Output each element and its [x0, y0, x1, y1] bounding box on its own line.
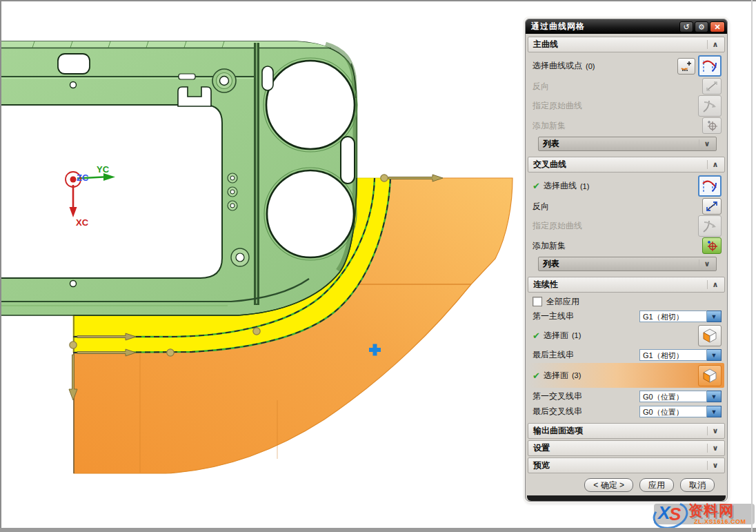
reverse-direction-button[interactable]: [702, 78, 722, 95]
curve-rule-button-cross[interactable]: [698, 175, 722, 197]
ok-button[interactable]: < 确定 >: [584, 478, 633, 492]
section-title: 预览: [533, 460, 707, 471]
expand-icon[interactable]: ∨: [699, 259, 715, 268]
cancel-button[interactable]: 取消: [680, 478, 715, 492]
last-main-string-dropdown[interactable]: G1（相切） ▼: [639, 349, 722, 361]
watermark-brand: 资料网: [688, 501, 734, 520]
point-constructor-button[interactable]: [677, 58, 695, 75]
reverse-direction-button-cross[interactable]: [702, 198, 722, 215]
dropdown-value: G1（相切）: [639, 311, 707, 322]
add-set-icon: [706, 120, 718, 131]
row-add-new-set-cross: 添加新集: [533, 237, 722, 255]
origin-curve-button-cross[interactable]: [698, 215, 722, 237]
section-header-continuity[interactable]: 连续性 ∧: [528, 277, 725, 293]
row-add-new-set-main: 添加新集: [533, 117, 722, 135]
list-bar-main[interactable]: 列表 ∨: [538, 137, 717, 151]
first-main-string-dropdown[interactable]: G1（相切） ▼: [639, 311, 722, 322]
close-icon[interactable]: ✕: [710, 21, 725, 32]
chevron-down-icon[interactable]: ▼: [707, 406, 722, 417]
check-icon: ✔: [533, 181, 540, 191]
section-header-main-curves[interactable]: 主曲线 ∧: [528, 37, 725, 52]
origin-curve-button[interactable]: [698, 95, 722, 117]
select-face-3-button[interactable]: [698, 365, 722, 386]
origin-curve-icon: [702, 98, 718, 114]
section-continuity: 全部应用 第一主线串 G1（相切） ▼ ✔ 选择面 (1): [527, 293, 726, 422]
window-border-top: [0, 0, 756, 1]
curve-icon: [702, 178, 718, 194]
last-main-string-label: 最后主线串: [533, 349, 574, 361]
collapse-icon[interactable]: ∧: [707, 40, 723, 49]
last-cross-string-dropdown[interactable]: G0（位置） ▼: [639, 406, 722, 417]
reverse-label: 反向: [533, 201, 549, 213]
face-cube-icon: [702, 328, 718, 344]
dropdown-value: G0（位置）: [639, 406, 707, 417]
first-cross-string-label: 第一交叉线串: [533, 391, 582, 402]
section-main-curves: 选择曲线或点 (0): [527, 52, 726, 155]
row-select-curve-or-point: 选择曲线或点 (0): [533, 55, 722, 77]
row-select-face-1: ✔ 选择面 (1): [533, 324, 722, 347]
reset-icon[interactable]: ↺: [679, 21, 693, 32]
apply-all-label: 全部应用: [546, 296, 579, 308]
expand-icon[interactable]: ∨: [707, 426, 723, 435]
section-header-settings[interactable]: 设置 ∨: [528, 440, 725, 456]
add-set-icon: [706, 240, 718, 251]
reverse-icon: [706, 201, 718, 212]
section-title: 主曲线: [533, 39, 707, 50]
row-last-main-string: 最后主线串 G1（相切） ▼: [533, 347, 722, 362]
row-origin-curve-cross: 指定原始曲线: [533, 215, 722, 237]
last-cross-string-label: 最后交叉线串: [533, 406, 582, 417]
list-label: 列表: [543, 258, 699, 270]
reverse-icon: [706, 81, 718, 92]
dropdown-value: G0（位置）: [639, 391, 707, 402]
chevron-down-icon[interactable]: ▼: [707, 349, 722, 361]
section-title: 输出曲面选项: [533, 425, 707, 437]
add-new-set-button[interactable]: [702, 117, 722, 134]
select-curve-point-count: (0): [586, 62, 595, 70]
green-part[interactable]: [0, 41, 357, 315]
row-last-cross-string: 最后交叉线串 G0（位置） ▼: [533, 404, 722, 419]
row-reverse-main: 反向: [533, 77, 722, 95]
expand-icon[interactable]: ∨: [707, 461, 723, 470]
curve-rule-button[interactable]: [698, 55, 722, 77]
section-header-cross-curves[interactable]: 交叉曲线 ∧: [528, 157, 725, 173]
first-main-string-label: 第一主线串: [533, 311, 574, 322]
select-curve-count: (1): [580, 182, 589, 190]
select-face-1-label: 选择面: [544, 330, 568, 342]
chevron-down-icon[interactable]: ▼: [707, 391, 722, 402]
section-title: 设置: [533, 442, 707, 454]
watermark-logo-x: X: [658, 502, 670, 524]
origin-curve-label: 指定原始曲线: [533, 220, 582, 232]
gear-icon[interactable]: ⚙: [695, 21, 708, 32]
collapse-icon[interactable]: ∧: [707, 160, 723, 169]
select-face-3-count: (3): [572, 371, 581, 380]
apply-all-checkbox[interactable]: [533, 297, 542, 306]
apply-button[interactable]: 应用: [639, 478, 674, 492]
dialog-titlebar[interactable]: 通过曲线网格 ↺ ⚙ ✕: [526, 19, 727, 34]
expand-icon[interactable]: ∨: [707, 444, 723, 453]
row-select-face-3[interactable]: ✔ 选择面 (3): [528, 363, 724, 388]
check-icon: ✔: [533, 371, 540, 381]
axis-label-z: ZC: [77, 173, 89, 183]
row-select-curve-cross: ✔ 选择曲线 (1): [533, 175, 722, 197]
list-bar-cross[interactable]: 列表 ∨: [538, 257, 717, 271]
origin-curve-label: 指定原始曲线: [533, 100, 582, 112]
row-first-main-string: 第一主线串 G1（相切） ▼: [533, 308, 722, 324]
section-header-output-surface-options[interactable]: 输出曲面选项 ∨: [528, 423, 725, 439]
chevron-down-icon[interactable]: ▼: [707, 311, 722, 322]
row-origin-curve-main: 指定原始曲线: [533, 95, 722, 117]
add-new-set-label: 添加新集: [533, 240, 566, 252]
first-cross-string-dropdown[interactable]: G0（位置） ▼: [639, 391, 722, 402]
select-face-1-button[interactable]: [698, 325, 722, 346]
nx-graphics-window: ZC YC XC 通过曲线网格 ↺ ⚙ ✕ 主曲线 ∧ 选择曲线或点: [0, 0, 756, 532]
row-reverse-cross: 反向: [533, 197, 722, 215]
window-border-bottom: [0, 528, 756, 532]
expand-icon[interactable]: ∨: [699, 139, 715, 148]
section-header-preview[interactable]: 预览 ∨: [528, 457, 725, 473]
window-border-left: [0, 0, 1, 532]
through-curve-mesh-dialog[interactable]: 通过曲线网格 ↺ ⚙ ✕ 主曲线 ∧ 选择曲线或点 (0): [525, 19, 728, 502]
section-title: 交叉曲线: [533, 159, 707, 170]
dialog-button-row: < 确定 > 应用 取消: [527, 478, 715, 492]
collapse-icon[interactable]: ∧: [707, 280, 723, 289]
add-new-set-button-cross[interactable]: [702, 237, 722, 254]
row-first-cross-string: 第一交叉线串 G0（位置） ▼: [533, 388, 722, 404]
